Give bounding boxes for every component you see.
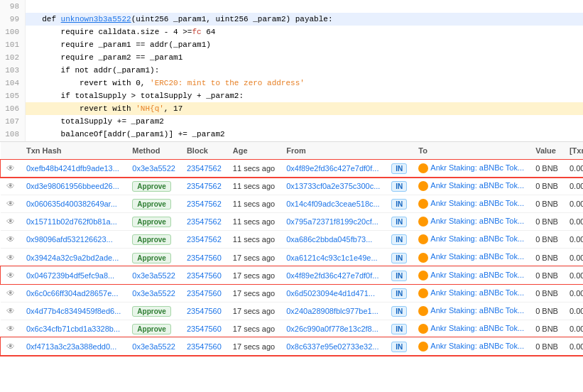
from-link[interactable]: 0x4f89e2fd36c427e7df0f... bbox=[286, 164, 378, 173]
txhash-link[interactable]: 0x0467239b4df5efc9a8... bbox=[26, 271, 114, 280]
to-link[interactable]: Ankr Staking: aBNBc Tok... bbox=[430, 234, 524, 243]
transactions-table: Txn Hash Method Block Age From To Value … bbox=[0, 142, 583, 356]
to-link[interactable]: Ankr Staking: aBNBc Tok... bbox=[430, 271, 524, 279]
direction-cell: IN bbox=[386, 178, 413, 195]
from-link[interactable]: 0xa6121c4c93c1c1e49e... bbox=[286, 254, 377, 262]
block-link[interactable]: 23547562 bbox=[187, 217, 222, 226]
fee-cell: 0.000239725 bbox=[564, 302, 583, 320]
direction-cell: IN bbox=[386, 195, 413, 213]
to-link[interactable]: Ankr Staking: aBNBc Tok... bbox=[430, 324, 524, 332]
to-link[interactable]: Ankr Staking: aBNBc Tok... bbox=[430, 342, 524, 350]
method-cell: 0x3e3a5522 bbox=[126, 337, 181, 355]
code-content: balanceOf[addr(_param1)] += _param2 bbox=[26, 128, 583, 141]
eye-cell[interactable]: 👁 bbox=[1, 213, 21, 231]
txhash-link[interactable]: 0x4d77b4c8349459f8ed6... bbox=[26, 307, 121, 315]
eye-cell[interactable]: 👁 bbox=[1, 320, 21, 337]
txhash-link[interactable]: 0x6c0c66ff304ad28657e... bbox=[26, 289, 118, 298]
to-link[interactable]: Ankr Staking: aBNBc Tok... bbox=[430, 181, 524, 190]
txhash-cell: 0x15711b02d762f0b81a... bbox=[21, 213, 126, 231]
from-link[interactable]: 0x13733cf0a2e375c300c... bbox=[286, 182, 380, 190]
txhash-link[interactable]: 0xefb48b4241dfb9ade13... bbox=[26, 164, 119, 173]
block-link[interactable]: 23547560 bbox=[187, 271, 222, 280]
method-link[interactable]: 0x3e3a5522 bbox=[132, 289, 175, 298]
from-link[interactable]: 0x4f89e2fd36c427e7df0f... bbox=[286, 271, 378, 280]
direction-cell: IN bbox=[386, 337, 413, 355]
block-link[interactable]: 23547562 bbox=[187, 235, 222, 244]
age-cell: 17 secs ago bbox=[227, 284, 280, 302]
block-link[interactable]: 23547562 bbox=[187, 200, 222, 208]
block-link[interactable]: 23547560 bbox=[187, 289, 222, 298]
from-cell: 0x6d5023094e4d1d471... bbox=[280, 284, 386, 302]
eye-icon[interactable]: 👁 bbox=[6, 234, 15, 244]
eye-icon[interactable]: 👁 bbox=[6, 253, 15, 263]
method-link[interactable]: 0x3e3a5522 bbox=[132, 164, 175, 173]
eye-icon[interactable]: 👁 bbox=[6, 271, 15, 281]
txhash-link[interactable]: 0x98096afd532126623... bbox=[26, 235, 113, 244]
table-row: 👁0x6c34cfb71cbd1a3328b...Approve23547560… bbox=[1, 320, 584, 337]
txhash-link[interactable]: 0xd3e98061956bbeed26... bbox=[26, 182, 119, 190]
token-icon bbox=[418, 271, 428, 281]
value-cell: 0 BNB bbox=[530, 320, 564, 337]
from-link[interactable]: 0x8c6337e95e02733e32... bbox=[286, 342, 378, 351]
age-cell: 11 secs ago bbox=[227, 195, 280, 213]
block-link[interactable]: 23547562 bbox=[187, 164, 222, 173]
from-link[interactable]: 0x6d5023094e4d1d471... bbox=[286, 289, 375, 298]
eye-icon[interactable]: 👁 bbox=[6, 306, 15, 316]
eye-icon[interactable]: 👁 bbox=[6, 199, 15, 209]
table-row: 👁0xd3e98061956bbeed26...Approve235475621… bbox=[1, 178, 584, 195]
txhash-link[interactable]: 0xf4713a3c23a388edd0... bbox=[26, 342, 116, 351]
method-link[interactable]: 0x3e3a5522 bbox=[132, 271, 175, 280]
to-link[interactable]: Ankr Staking: aBNBc Tok... bbox=[430, 252, 524, 261]
from-link[interactable]: 0x795a72371f8199c20cf... bbox=[286, 217, 378, 226]
eye-icon[interactable]: 👁 bbox=[6, 342, 15, 352]
to-cell: Ankr Staking: aBNBc Tok... bbox=[413, 178, 530, 195]
eye-cell[interactable]: 👁 bbox=[1, 284, 21, 302]
to-link[interactable]: Ankr Staking: aBNBc Tok... bbox=[430, 163, 524, 172]
value-cell: 0 BNB bbox=[530, 213, 564, 231]
eye-cell[interactable]: 👁 bbox=[1, 249, 21, 266]
to-link[interactable]: Ankr Staking: aBNBc Tok... bbox=[430, 288, 524, 297]
from-link[interactable]: 0x14c4f09adc3ceae518c... bbox=[286, 200, 380, 208]
token-icon bbox=[418, 324, 428, 334]
token-icon bbox=[418, 234, 428, 244]
eye-icon[interactable]: 👁 bbox=[6, 324, 15, 334]
txhash-cell: 0x6c34cfb71cbd1a3328b... bbox=[21, 320, 126, 337]
eye-icon[interactable]: 👁 bbox=[6, 288, 15, 298]
eye-cell[interactable]: 👁 bbox=[1, 160, 21, 178]
eye-cell[interactable]: 👁 bbox=[1, 337, 21, 355]
from-link[interactable]: 0xa686c2bbda045fb73... bbox=[286, 235, 372, 244]
eye-cell[interactable]: 👁 bbox=[1, 302, 21, 320]
eye-cell[interactable]: 👁 bbox=[1, 178, 21, 195]
txhash-link[interactable]: 0x060635d400382649ar... bbox=[26, 200, 117, 208]
eye-icon[interactable]: 👁 bbox=[6, 163, 15, 173]
txhash-link[interactable]: 0x6c34cfb71cbd1a3328b... bbox=[26, 325, 120, 333]
txhash-link[interactable]: 0x15711b02d762f0b81a... bbox=[26, 217, 117, 226]
from-link[interactable]: 0x26c990a0f778e13c2f8... bbox=[286, 325, 378, 333]
to-link[interactable]: Ankr Staking: aBNBc Tok... bbox=[430, 217, 524, 225]
fee-cell: 0.00019608 bbox=[564, 337, 583, 355]
to-link[interactable]: Ankr Staking: aBNBc Tok... bbox=[430, 199, 524, 207]
block-cell: 23547560 bbox=[181, 337, 227, 355]
eye-icon[interactable]: 👁 bbox=[6, 217, 15, 227]
line-number: 102 bbox=[0, 51, 26, 64]
col-method-header: Method bbox=[126, 142, 181, 160]
eye-icon[interactable]: 👁 bbox=[6, 181, 15, 191]
col-from-header: From bbox=[280, 142, 386, 160]
txhash-link[interactable]: 0x39424a32c9a2bd2ade... bbox=[26, 254, 119, 262]
block-link[interactable]: 23547562 bbox=[187, 182, 222, 190]
code-content: totalSupply += _param2 bbox=[26, 115, 583, 128]
to-link[interactable]: Ankr Staking: aBNBc Tok... bbox=[430, 306, 524, 315]
block-link[interactable]: 23547560 bbox=[187, 254, 222, 262]
eye-cell[interactable]: 👁 bbox=[1, 231, 21, 249]
block-link[interactable]: 23547560 bbox=[187, 307, 222, 315]
eye-cell[interactable]: 👁 bbox=[1, 266, 21, 284]
age-cell: 11 secs ago bbox=[227, 231, 280, 249]
function-name-link[interactable]: unknown3b3a5522 bbox=[61, 15, 131, 23]
method-link[interactable]: 0x3e3a5522 bbox=[132, 342, 175, 351]
line-number: 105 bbox=[0, 89, 26, 102]
block-link[interactable]: 23547560 bbox=[187, 342, 222, 351]
from-link[interactable]: 0x240a28908fblc977be1... bbox=[286, 307, 378, 315]
block-link[interactable]: 23547560 bbox=[187, 325, 222, 333]
eye-cell[interactable]: 👁 bbox=[1, 195, 21, 213]
value-cell: 0 BNB bbox=[530, 302, 564, 320]
